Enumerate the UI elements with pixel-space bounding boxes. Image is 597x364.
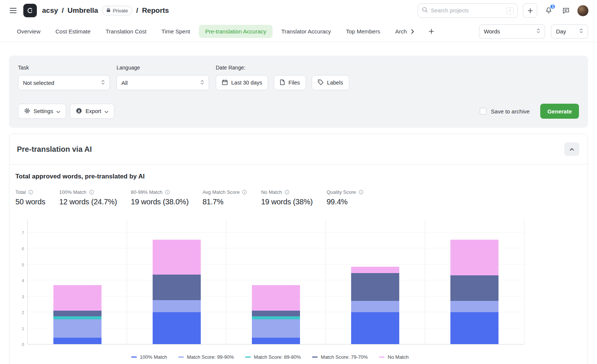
labels-filter-button[interactable]: Labels: [312, 75, 349, 90]
info-icon[interactable]: [359, 190, 364, 195]
date-range-button[interactable]: Last 30 days: [216, 75, 268, 90]
tab-cost-estimate[interactable]: Cost Estimate: [49, 25, 97, 38]
bar-segment[interactable]: [53, 311, 102, 316]
top-bar: acsy / Umbrella Private / Reports / 1: [0, 0, 597, 21]
bar-segment[interactable]: [153, 300, 201, 312]
report-card: Pre-translation via AI Total approved wo…: [9, 134, 588, 364]
bar-segment[interactable]: [351, 267, 399, 273]
legend-item[interactable]: Match Score: 89-80%: [245, 354, 301, 360]
legend-label: Match Score: 99-90%: [187, 354, 234, 360]
bar-segment[interactable]: [252, 285, 300, 311]
notifications-button[interactable]: 1: [542, 5, 555, 17]
bar-segment[interactable]: [252, 311, 300, 316]
legend-swatch: [245, 356, 251, 358]
report-unit-select[interactable]: Words: [479, 24, 545, 39]
stat-value: 12 words (24.7%): [59, 198, 117, 206]
tab-time-spent[interactable]: Time Spent: [155, 25, 197, 38]
info-icon[interactable]: [89, 190, 94, 195]
save-to-archive-checkbox[interactable]: [480, 108, 486, 115]
bar-segment[interactable]: [351, 312, 399, 344]
sort-arrows-icon: [200, 79, 204, 86]
tab-arch[interactable]: Arch: [389, 25, 407, 38]
bar-segment[interactable]: [153, 240, 201, 275]
bar-group: [28, 220, 127, 344]
bar-segment[interactable]: [53, 319, 102, 338]
stat-value: 19 words (38.0%): [131, 198, 189, 206]
stat-100-match: 100% Match12 words (24.7%): [59, 189, 117, 206]
bar-segment[interactable]: [351, 301, 399, 312]
messages-button[interactable]: [560, 5, 572, 17]
legend-label: No Match: [388, 354, 409, 360]
bar-segment[interactable]: [53, 285, 102, 311]
report-period-select[interactable]: Day: [551, 24, 588, 39]
stat-label: No Match: [261, 189, 282, 195]
bar-segment[interactable]: [252, 316, 300, 320]
tab-translation-cost[interactable]: Translation Cost: [99, 25, 153, 38]
stacked-bar[interactable]: [53, 285, 102, 344]
hamburger-menu-icon[interactable]: [9, 6, 18, 15]
bar-segment[interactable]: [252, 319, 300, 338]
collapse-section-button[interactable]: [564, 142, 579, 156]
bar-segment[interactable]: [450, 312, 499, 344]
tab-list: OverviewCost EstimateTranslation CostTim…: [11, 25, 407, 38]
file-icon: [280, 79, 285, 86]
language-select[interactable]: All: [117, 75, 209, 90]
breadcrumb-org[interactable]: acsy: [42, 6, 58, 15]
tabs-scroll-right-button[interactable]: [408, 26, 418, 37]
legend-label: 100% Match: [140, 354, 167, 360]
save-to-archive-label: Save to archive: [491, 108, 530, 115]
create-project-button[interactable]: [523, 3, 537, 18]
settings-button[interactable]: Settings: [18, 104, 66, 119]
info-icon[interactable]: [165, 190, 170, 195]
user-avatar[interactable]: [577, 5, 589, 17]
tab-top-members[interactable]: Top Members: [339, 25, 386, 38]
bar-segment[interactable]: [450, 301, 499, 312]
tab-overview[interactable]: Overview: [11, 25, 47, 38]
stat-value: 50 words: [15, 198, 45, 206]
search-box[interactable]: /: [418, 3, 518, 18]
legend-label: Match Score: 89-80%: [254, 354, 301, 360]
legend-item[interactable]: Match Score: 79-70%: [312, 354, 368, 360]
add-report-tab-button[interactable]: [426, 26, 437, 37]
bar-segment[interactable]: [153, 312, 201, 344]
task-filter: Task Not selected: [18, 65, 110, 90]
files-filter-button[interactable]: Files: [274, 75, 306, 90]
bar-segment[interactable]: [450, 275, 499, 301]
legend-item[interactable]: Match Score: 99-90%: [178, 354, 234, 360]
info-icon[interactable]: [285, 190, 289, 195]
stat-label: Total: [15, 189, 26, 195]
bar-segment[interactable]: [53, 316, 102, 320]
breadcrumb-project[interactable]: Umbrella: [68, 6, 98, 15]
bar-segment[interactable]: [450, 240, 499, 276]
bar-segment[interactable]: [252, 338, 300, 344]
chart-legend: 100% MatchMatch Score: 99-90%Match Score…: [15, 354, 524, 360]
tab-pre-translation-accuracy[interactable]: Pre-translation Accuracy: [199, 25, 273, 38]
generate-button[interactable]: Generate: [540, 104, 579, 119]
bar-segment[interactable]: [351, 273, 399, 301]
privacy-badge: Private: [102, 6, 132, 15]
date-range-label: Date Range:: [216, 65, 349, 71]
task-select[interactable]: Not selected: [18, 75, 110, 90]
search-input[interactable]: [431, 8, 503, 14]
stacked-bar[interactable]: [252, 285, 300, 344]
stacked-bar[interactable]: [450, 240, 499, 344]
app-logo[interactable]: [23, 4, 37, 17]
info-icon[interactable]: [242, 190, 247, 195]
tab-translator-accuracy[interactable]: Translator Accuracy: [275, 25, 337, 38]
stacked-bar[interactable]: [351, 267, 399, 344]
legend-label: Match Score: 79-70%: [321, 354, 368, 360]
stats-row: Total50 words100% Match12 words (24.7%)8…: [15, 189, 582, 206]
legend-item[interactable]: 100% Match: [131, 354, 167, 360]
chevron-down-icon: [105, 108, 108, 114]
stacked-bar[interactable]: [153, 240, 201, 344]
bar-segment[interactable]: [53, 338, 102, 344]
stat-label: 100% Match: [59, 189, 86, 195]
search-shortcut-key: /: [506, 7, 514, 14]
info-icon[interactable]: [28, 190, 33, 195]
lock-icon: [106, 8, 111, 14]
legend-item[interactable]: No Match: [379, 354, 409, 360]
y-tick-label: 0: [22, 342, 24, 347]
bar-segment[interactable]: [153, 275, 201, 300]
stat-no-match: No Match19 words (38%): [261, 189, 312, 206]
export-button[interactable]: Export: [70, 104, 114, 119]
